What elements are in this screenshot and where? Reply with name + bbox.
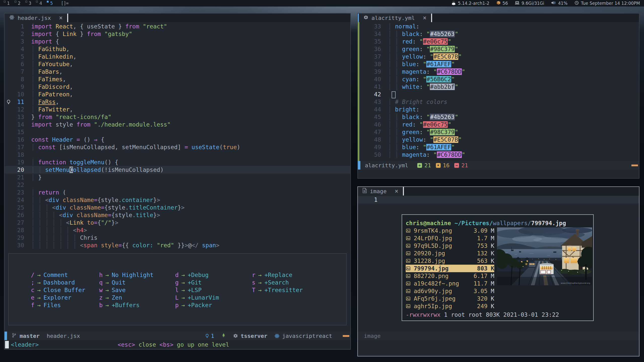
image-file-icon	[406, 258, 414, 263]
close-icon[interactable]: ×	[423, 14, 426, 21]
file-row[interactable]: 882720.png6.17M	[406, 272, 494, 280]
wallpaper-preview-image: www.DesktopBackground.org	[497, 227, 592, 285]
code-line: 35│ │ red: "#e06c75"	[359, 38, 639, 45]
file-row[interactable]: 9rsmTK4.png3.09M	[406, 227, 494, 234]
code-line: 26│ │ │ │ <div className={style.title}>	[5, 211, 350, 219]
whichkey-binding[interactable]: d→+Debug	[175, 271, 252, 279]
packages-item: 56	[497, 1, 508, 6]
tree-icon	[221, 333, 226, 339]
file-row[interactable]: 24LrDFQ.jpg1.7M	[406, 234, 494, 242]
whichkey-binding[interactable]: l→+LSP	[175, 286, 252, 294]
package-icon	[497, 1, 501, 6]
whichkey-binding[interactable]: z→Zen	[99, 294, 175, 301]
code-line: 1	[358, 196, 639, 204]
whichkey-binding[interactable]: c→Close Buffer	[31, 286, 99, 294]
code-line: 27│ │ │ │ │ <Link to={"/"}>	[5, 219, 350, 226]
image-file-icon	[406, 273, 414, 278]
tr-statusline: alacritty.yml +21 •16 −21	[358, 161, 639, 170]
scroll-progress-bar	[343, 335, 349, 337]
mode-indicator	[358, 161, 360, 170]
code-area[interactable]: 33│ normal:34│ │ black: "#4b5263"35│ │ r…	[358, 22, 639, 161]
whichkey-binding[interactable]: r→+Replace	[252, 271, 303, 279]
code-line: 2import { Link } from "gatsby"	[5, 30, 350, 38]
whichkey-binding[interactable]: f→Files	[31, 301, 99, 309]
whichkey-binding[interactable]: s→+Search	[252, 279, 303, 286]
clock-label: Tue September 14 12:00PM	[581, 1, 640, 6]
editor-window-image: image × chris@machine ~/Pictures/wallpap…	[357, 186, 639, 356]
command-line[interactable]: <leader> <esc> close <bs> go up one leve…	[5, 340, 350, 349]
whichkey-binding[interactable]: h→No Highlight	[99, 271, 175, 279]
code-line: 7│ FaBars,	[5, 68, 350, 75]
code-line: 36│ │ green: "#98C379"	[359, 45, 639, 53]
tab-alacritty-yml[interactable]: alacritty.yml ×	[359, 14, 431, 22]
code-line: 47│ │ green: "#98C379"	[359, 128, 639, 136]
code-line: 1import React, { useState } from "react"	[5, 23, 350, 30]
file-row[interactable]: 31228.jpg563K	[406, 257, 494, 265]
statusline-filename: header.jsx	[47, 333, 80, 339]
workspace-5[interactable]: 5	[47, 0, 54, 7]
code-line: 14import style from "./header.module.les…	[5, 121, 350, 128]
file-row[interactable]: AFq5r6j.jpeg320K	[406, 295, 494, 302]
code-line: 15	[5, 128, 350, 136]
workspace-indicator-square	[15, 1, 16, 3]
tab-image[interactable]: image ×	[358, 187, 403, 195]
file-row[interactable]: 799794.jpg803K	[406, 265, 494, 272]
code-line: 23│ return (	[5, 189, 350, 196]
workspace-indicator-square	[47, 1, 49, 3]
whichkey-binding[interactable]: g→+Git	[175, 279, 252, 286]
code-line: 4│ FaGithub,	[5, 45, 350, 53]
whichkey-binding[interactable]: /→Comment	[31, 271, 99, 279]
terminal-title: chris@machine ~/Pictures/wallpapers/7997…	[406, 219, 593, 227]
code-line: 25│ │ │ <div className={style.titleConta…	[5, 204, 350, 211]
layout-indicator[interactable]: []=	[61, 1, 69, 6]
whichkey-binding[interactable]: p→+Packer	[175, 301, 252, 309]
whichkey-binding[interactable]: L→+LunarVim	[175, 294, 252, 301]
removed-icon: −	[454, 163, 459, 168]
workspace-1[interactable]: 1	[4, 0, 11, 7]
lightbulb-icon	[6, 99, 11, 106]
whichkey-binding[interactable]: e→Explorer	[31, 294, 99, 301]
code-area[interactable]: /→Comment;→Dashboardc→Close Buffere→Expl…	[5, 22, 350, 332]
editor-window-alacritty-yml: alacritty.yml × 33│ normal:34│ │ black: …	[357, 13, 639, 179]
close-icon[interactable]: ×	[59, 14, 62, 21]
file-manager-popup: chris@machine ~/Pictures/wallpapers/7997…	[402, 214, 594, 321]
file-row[interactable]: aghr5Ip.jpg249K	[406, 302, 494, 310]
kernel-item: 5.14.2-arch1-2	[451, 1, 489, 6]
diagnostics-item[interactable]: 1	[205, 333, 214, 339]
git-branch-label[interactable]: master	[20, 333, 40, 339]
code-line: 39│ │ magenta: "#C678DD"	[359, 68, 639, 75]
added-icon: +	[417, 163, 422, 168]
file-row[interactable]: 20920.jpg132K	[406, 250, 494, 257]
whichkey-binding[interactable]: w→Save	[99, 286, 175, 294]
code-line: 45│ │ black: "#4b5263"	[359, 113, 639, 121]
code-line: 24│ │ <div className={style.container}>	[5, 196, 350, 204]
statusline-filename: alacritty.yml	[365, 162, 408, 169]
workspace-4[interactable]: 4	[36, 0, 43, 7]
image-file-icon	[406, 236, 414, 241]
cmdline-cursor	[5, 341, 9, 348]
workspace-3[interactable]: 3	[25, 0, 32, 7]
whichkey-binding[interactable]: T→+Treesitter	[252, 286, 303, 294]
whichkey-binding[interactable]: q→Quit	[99, 279, 175, 286]
file-row[interactable]: 97q9L5D.jpg753K	[406, 242, 494, 250]
whichkey-binding[interactable]: ;→Dashboard	[31, 279, 99, 286]
code-line: 44│ bright:	[359, 106, 639, 113]
close-icon[interactable]: ×	[395, 188, 398, 195]
image-file-icon	[406, 228, 414, 233]
workspace-2[interactable]: 2	[15, 0, 22, 7]
code-area[interactable]: chris@machine ~/Pictures/wallpapers/7997…	[358, 195, 639, 332]
gear-icon	[363, 15, 368, 21]
lsp-server-item: tsserver	[233, 333, 267, 339]
whichkey-binding[interactable]: b→+Buffers	[99, 301, 175, 309]
volume-item: 41%	[551, 1, 567, 6]
whichkey-help: <esc> close <bs> go up one level	[118, 341, 229, 348]
code-line: 3import {	[5, 38, 350, 45]
code-line: 12│ FaTwitter,	[5, 106, 350, 113]
code-line: 10│ FaPatreon,	[5, 91, 350, 98]
file-row[interactable]: ad6v90y.jpg3.05M	[406, 287, 494, 295]
memory-item: 9.6Gi/31Gi	[515, 1, 544, 6]
tab-header-jsx[interactable]: header.jsx ×	[5, 14, 67, 22]
left-tabline: header.jsx ×	[5, 14, 350, 22]
file-row[interactable]: a19c482f~.png11.7M	[406, 280, 494, 287]
file-permissions: -rwxrwxrwx 1 root root 803K 2021-03-01 2…	[406, 311, 559, 318]
